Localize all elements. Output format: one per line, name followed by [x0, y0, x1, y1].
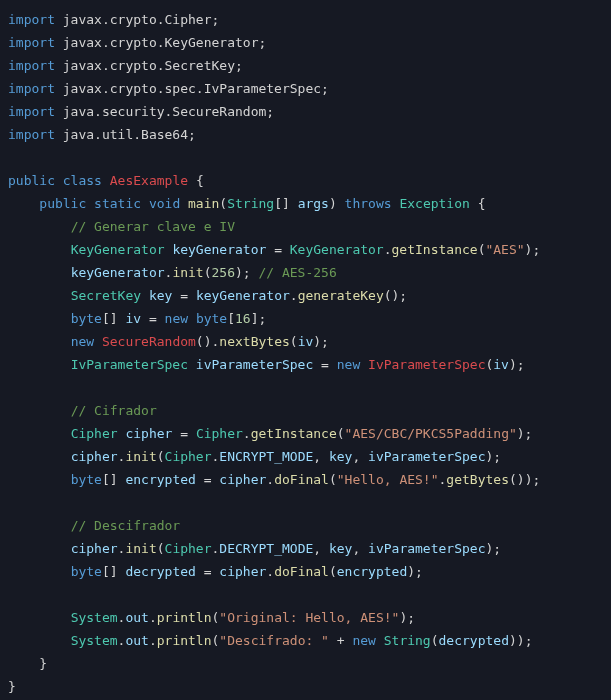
keyword-class: class	[63, 173, 102, 188]
method: println	[157, 610, 212, 625]
var: cipher	[71, 449, 118, 464]
keyword-new: new	[352, 633, 375, 648]
method: init	[172, 265, 203, 280]
var: cipher	[125, 426, 172, 441]
method: init	[125, 449, 156, 464]
package-path: java.util.Base64	[63, 127, 188, 142]
keyword-import: import	[8, 104, 55, 119]
arg: iv	[298, 334, 314, 349]
keyword-public: public	[8, 173, 55, 188]
var: cipher	[71, 541, 118, 556]
comment: // AES-256	[258, 265, 336, 280]
code-block: import javax.crypto.Cipher; import javax…	[0, 0, 611, 700]
var: cipher	[219, 472, 266, 487]
method: doFinal	[274, 564, 329, 579]
type: String	[384, 633, 431, 648]
var: keyGenerator	[196, 288, 290, 303]
type-string: String	[227, 196, 274, 211]
const: ENCRYPT_MODE	[219, 449, 313, 464]
keyword-byte: byte	[196, 311, 227, 326]
keyword-new: new	[71, 334, 94, 349]
method-main: main	[188, 196, 219, 211]
package-path: java.security.SecureRandom	[63, 104, 267, 119]
var: iv	[125, 311, 141, 326]
type: IvParameterSpec	[71, 357, 188, 372]
keyword-throws: throws	[345, 196, 392, 211]
number: 16	[235, 311, 251, 326]
var: encrypted	[125, 472, 195, 487]
var: decrypted	[125, 564, 195, 579]
package-path: javax.crypto.spec.IvParameterSpec	[63, 81, 321, 96]
method: generateKey	[298, 288, 384, 303]
arg: ivParameterSpec	[368, 449, 485, 464]
number: 256	[212, 265, 235, 280]
string: "AES/CBC/PKCS5Padding"	[345, 426, 517, 441]
type: SecretKey	[71, 288, 141, 303]
keyword-import: import	[8, 127, 55, 142]
string: "AES"	[485, 242, 524, 257]
type: System	[71, 633, 118, 648]
method: init	[125, 541, 156, 556]
string: "Original: Hello, AES!"	[219, 610, 399, 625]
keyword-byte: byte	[71, 472, 102, 487]
method: getBytes	[446, 472, 509, 487]
package-path: javax.crypto.KeyGenerator	[63, 35, 259, 50]
keyword-public: public	[39, 196, 86, 211]
string: "Hello, AES!"	[337, 472, 439, 487]
keyword-new: new	[165, 311, 188, 326]
type: Cipher	[196, 426, 243, 441]
type-exception: Exception	[399, 196, 469, 211]
var: keyGenerator	[172, 242, 266, 257]
arg: decrypted	[439, 633, 509, 648]
var: keyGenerator	[71, 265, 165, 280]
var: ivParameterSpec	[196, 357, 313, 372]
package-path: javax.crypto.Cipher	[63, 12, 212, 27]
arg: iv	[493, 357, 509, 372]
arg: key	[329, 541, 352, 556]
type: KeyGenerator	[71, 242, 165, 257]
keyword-import: import	[8, 35, 55, 50]
type: IvParameterSpec	[368, 357, 485, 372]
type: Cipher	[165, 541, 212, 556]
comment: // Cifrador	[71, 403, 157, 418]
method: getInstance	[251, 426, 337, 441]
var: key	[149, 288, 172, 303]
package-path: javax.crypto.SecretKey	[63, 58, 235, 73]
string: "Descifrado: "	[219, 633, 329, 648]
keyword-new: new	[337, 357, 360, 372]
keyword-import: import	[8, 58, 55, 73]
const: DECRYPT_MODE	[219, 541, 313, 556]
class-name: AesExample	[110, 173, 188, 188]
var: cipher	[219, 564, 266, 579]
param-args: args	[298, 196, 329, 211]
method: println	[157, 633, 212, 648]
keyword-byte: byte	[71, 564, 102, 579]
arg: ivParameterSpec	[368, 541, 485, 556]
type: Cipher	[71, 426, 118, 441]
type: System	[71, 610, 118, 625]
arg: encrypted	[337, 564, 407, 579]
keyword-import: import	[8, 12, 55, 27]
type: SecureRandom	[102, 334, 196, 349]
comment: // Descifrador	[71, 518, 181, 533]
method: nextBytes	[219, 334, 289, 349]
type: Cipher	[165, 449, 212, 464]
keyword-import: import	[8, 81, 55, 96]
method: doFinal	[274, 472, 329, 487]
keyword-byte: byte	[71, 311, 102, 326]
field: out	[125, 633, 148, 648]
keyword-static: static	[94, 196, 141, 211]
field: out	[125, 610, 148, 625]
keyword-void: void	[149, 196, 180, 211]
method: getInstance	[392, 242, 478, 257]
arg: key	[329, 449, 352, 464]
comment: // Generar clave e IV	[71, 219, 235, 234]
type: KeyGenerator	[290, 242, 384, 257]
